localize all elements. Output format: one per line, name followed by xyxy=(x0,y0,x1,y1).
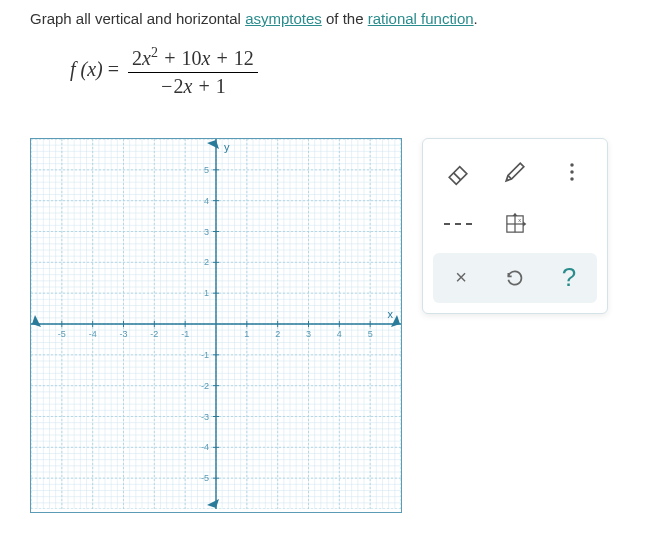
svg-text:x: x xyxy=(518,217,521,223)
svg-text:2: 2 xyxy=(204,257,209,267)
svg-text:2: 2 xyxy=(275,329,280,339)
svg-marker-151 xyxy=(32,315,41,327)
axis-drag-tool[interactable]: x xyxy=(490,201,541,247)
svg-marker-203 xyxy=(523,221,526,226)
svg-text:3: 3 xyxy=(204,226,209,236)
formula-equals: = xyxy=(108,58,119,80)
svg-text:-4: -4 xyxy=(89,329,97,339)
svg-text:y: y xyxy=(224,141,230,153)
svg-text:5: 5 xyxy=(204,164,209,174)
svg-marker-152 xyxy=(207,140,219,149)
svg-text:4: 4 xyxy=(337,329,342,339)
function-formula: f (x) = 2x2 + 10x + 12 −2x + 1 xyxy=(70,45,616,98)
svg-text:1: 1 xyxy=(244,329,249,339)
spacer xyxy=(546,201,597,247)
svg-text:-2: -2 xyxy=(150,329,158,339)
prompt-post: . xyxy=(474,10,478,27)
clear-button[interactable]: × xyxy=(437,257,485,299)
toolbox-panel: x × ? xyxy=(422,138,608,314)
svg-text:-1: -1 xyxy=(181,329,189,339)
svg-marker-153 xyxy=(207,499,219,508)
svg-text:-5: -5 xyxy=(201,473,209,483)
eraser-tool[interactable] xyxy=(433,149,484,195)
more-options[interactable] xyxy=(546,149,597,195)
rational-function-link[interactable]: rational function xyxy=(368,10,474,27)
undo-button[interactable] xyxy=(491,257,539,299)
svg-point-198 xyxy=(570,177,574,181)
svg-point-196 xyxy=(570,163,574,167)
svg-text:1: 1 xyxy=(204,288,209,298)
prompt-mid: of the xyxy=(322,10,368,27)
svg-text:3: 3 xyxy=(306,329,311,339)
svg-text:5: 5 xyxy=(368,329,373,339)
close-icon: × xyxy=(455,266,467,289)
undo-icon xyxy=(505,268,525,288)
dashed-line-icon xyxy=(444,223,472,225)
help-icon: ? xyxy=(562,262,576,293)
prompt-pre: Graph all vertical and horizontal xyxy=(30,10,245,27)
svg-point-197 xyxy=(570,170,574,174)
svg-text:-1: -1 xyxy=(201,349,209,359)
svg-marker-202 xyxy=(513,212,518,215)
dashed-line-tool[interactable] xyxy=(433,201,484,247)
formula-lhs: f (x) xyxy=(70,58,103,80)
svg-text:-2: -2 xyxy=(201,380,209,390)
svg-text:x: x xyxy=(388,308,394,320)
svg-text:-3: -3 xyxy=(119,329,127,339)
help-button[interactable]: ? xyxy=(545,257,593,299)
svg-text:-5: -5 xyxy=(58,329,66,339)
coordinate-graph[interactable]: -5-4-3-2-112345-5-4-3-2-112345xy xyxy=(30,138,402,513)
pencil-tool[interactable] xyxy=(490,149,541,195)
problem-prompt: Graph all vertical and horizontal asympt… xyxy=(30,10,616,27)
svg-text:-4: -4 xyxy=(201,442,209,452)
svg-text:4: 4 xyxy=(204,195,209,205)
asymptotes-link[interactable]: asymptotes xyxy=(245,10,322,27)
svg-text:-3: -3 xyxy=(201,411,209,421)
